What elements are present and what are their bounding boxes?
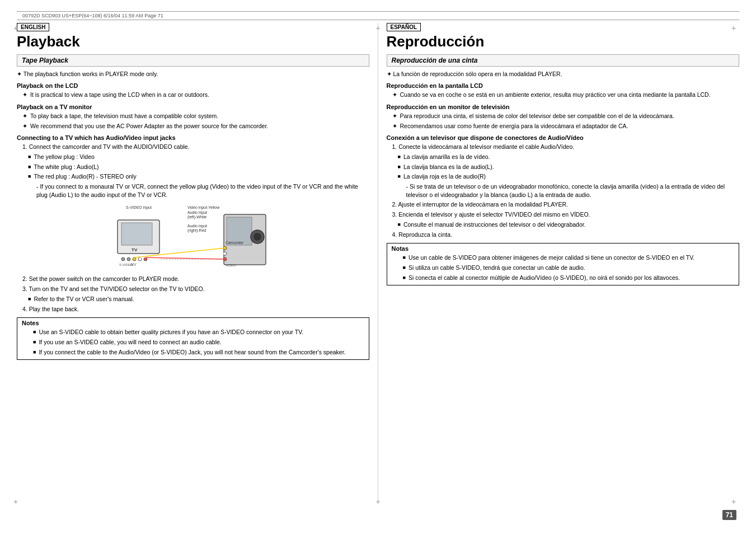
- top-bar: 00792D SCD903 US+ESP(64~108) 6/16/04 11:…: [17, 11, 739, 20]
- es-sub3-heading: Conexión a un televisor que dispone de c…: [387, 134, 740, 141]
- svg-rect-7: [121, 223, 152, 245]
- en-sub2-b1: ✦ To play back a tape, the television mu…: [22, 112, 369, 120]
- english-main-title: Playback: [17, 34, 369, 50]
- spanish-main-title: Reproducción: [387, 34, 740, 50]
- es-sub2-b2: ✦ Recomendamos usar como fuente de energ…: [392, 122, 740, 130]
- es-step-4: 4. Reproduzca la cinta.: [392, 231, 740, 239]
- es-step-1-dash: - Si se trata de un televisor o de un vi…: [406, 182, 740, 199]
- es-sub2-b1: ✦ Para reproducir una cinta, el sistema …: [392, 112, 740, 120]
- en-notes-title: Notes: [22, 320, 364, 326]
- es-note-3: Si conecta el cable al conector múltiple…: [403, 274, 735, 282]
- en-step-1-sub3: The red plug : Audio(R) - STEREO only: [28, 172, 369, 181]
- es-sub1-bullet: ✦ Cuando se va en coche o se está en un …: [392, 91, 740, 99]
- svg-text:(left)-White: (left)-White: [187, 215, 206, 219]
- es-step-1-sub1: La clavija amarilla es la de vídeo.: [398, 153, 740, 161]
- en-note-1: Use an S-VIDEO cable to obtain better qu…: [33, 328, 364, 336]
- en-step-1-sub2: The white plug : Audio(L): [28, 163, 369, 171]
- en-step-3: 3. Turn on the TV and set the TV/VIDEO s…: [22, 285, 369, 293]
- svg-point-20: [253, 233, 261, 241]
- en-note-2: If you use an S-VIDEO cable, you will ne…: [33, 338, 364, 346]
- svg-point-10: [127, 257, 130, 261]
- page: 00792D SCD903 US+ESP(64~108) 6/16/04 11:…: [0, 0, 756, 534]
- crosshair-bm: [378, 500, 385, 507]
- en-step-1: 1. Connect the camcorder and TV with the…: [22, 143, 369, 151]
- es-step-2: 2. Ajuste el interruptor de la videocáma…: [392, 200, 740, 209]
- svg-text:Camcorder: Camcorder: [226, 241, 244, 245]
- tape-playback-header: Tape Playback: [17, 54, 369, 67]
- spanish-column: ESPAÑOL Reproducción Reproducción de una…: [378, 23, 740, 501]
- en-note-3: If you connect the cable to the Audio/Vi…: [33, 348, 364, 357]
- es-step-1-sub2: La clavija blanca es la de audio(L).: [398, 163, 740, 171]
- es-notes-title: Notas: [392, 245, 735, 252]
- main-content: ENGLISH Playback Tape Playback ✦ The pla…: [17, 23, 739, 501]
- crosshair-tr: [734, 27, 740, 34]
- es-sub2-heading: Reproducción en un monitor de televisión: [387, 104, 740, 110]
- en-sub2-b2: ✦ We recommend that you use the AC Power…: [22, 122, 369, 130]
- spanish-section-header: Reproducción de una cinta: [387, 54, 740, 67]
- svg-text:(right)-Red: (right)-Red: [187, 228, 206, 233]
- crosshair-tm: [378, 27, 385, 34]
- svg-point-11: [133, 257, 136, 261]
- en-step-1-sub1: The yellow plug : Video: [28, 153, 369, 161]
- en-sub1-heading: Playback on the LCD: [17, 82, 369, 89]
- en-step-3-sub: Refer to the TV or VCR user's manual.: [28, 295, 369, 303]
- es-notes-box: Notas Use un cable de S-VIDEO para obten…: [387, 243, 740, 285]
- svg-line-28: [145, 257, 225, 259]
- es-step-1-sub3: La clavija roja es la de audio(R): [398, 172, 740, 181]
- english-column: ENGLISH Playback Tape Playback ✦ The pla…: [17, 23, 378, 501]
- crosshair-bl: [16, 500, 22, 507]
- page-number: 71: [722, 510, 736, 520]
- svg-text:TV: TV: [132, 247, 138, 252]
- en-sub1-bullet: ✦ It is practical to view a tape using t…: [22, 91, 369, 99]
- svg-text:S-VIDEO: S-VIDEO: [119, 263, 133, 266]
- es-step-3-sub: Consulte el manual de instrucciones del …: [398, 221, 740, 229]
- svg-point-13: [144, 257, 147, 261]
- top-bar-text: 00792D SCD903 US+ESP(64~108) 6/16/04 11:…: [22, 13, 163, 18]
- svg-point-12: [138, 257, 142, 261]
- en-sub2-heading: Playback on a TV monitor: [17, 104, 369, 110]
- en-notes-box: Notes Use an S-VIDEO cable to obtain bet…: [17, 317, 369, 360]
- connection-diagram: S-VIDEO input Video input-Yellow Audio i…: [17, 203, 369, 270]
- es-step-3: 3. Encienda el televisor y ajuste el sel…: [392, 210, 740, 219]
- svg-point-9: [121, 257, 125, 261]
- svg-text:VIDEO: VIDEO: [226, 264, 236, 267]
- crosshair-br: [734, 500, 740, 507]
- es-note-1: Use un cable de S-VIDEO para obtener imá…: [403, 254, 735, 262]
- es-intro: ✦ La función de reproducción sólo opera …: [387, 70, 740, 78]
- crosshair-tl: [16, 27, 22, 34]
- en-step-4: 4. Play the tape back.: [22, 305, 369, 313]
- en-step-1-dash: - If you connect to a monaural TV or VCR…: [36, 182, 369, 199]
- svg-text:Video input-Yellow: Video input-Yellow: [187, 205, 220, 210]
- es-note-2: Si utiliza un cable S-VIDEO, tendrá que …: [403, 264, 735, 272]
- connection-svg: S-VIDEO input Video input-Yellow Audio i…: [115, 203, 271, 270]
- en-step-2: 2. Set the power switch on the camcorder…: [22, 275, 369, 283]
- svg-text:Audio input: Audio input: [187, 210, 207, 215]
- en-sub3-heading: Connecting to a TV which has Audio/Video…: [17, 134, 369, 141]
- es-sub1-heading: Reproducción en la pantalla LCD: [387, 82, 740, 89]
- svg-text:Audio input: Audio input: [187, 224, 207, 228]
- spanish-badge: ESPAÑOL: [387, 23, 421, 31]
- en-intro: ✦ The playback function works in PLAYER …: [17, 70, 369, 78]
- svg-text:S-VIDEO input: S-VIDEO input: [126, 205, 152, 210]
- es-step-1: 1. Conecte la videocámara al televisor m…: [392, 143, 740, 151]
